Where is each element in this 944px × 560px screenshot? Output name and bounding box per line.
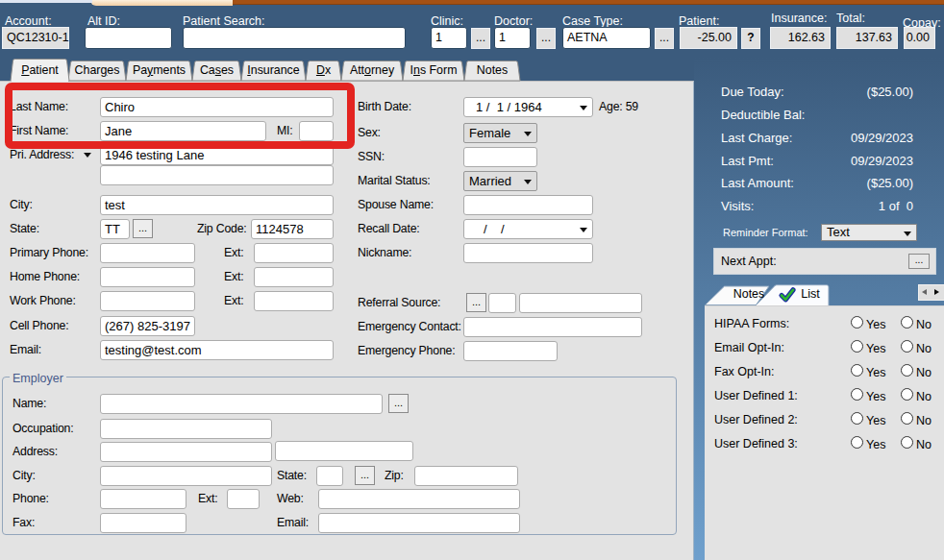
svg-text:List: List — [801, 287, 820, 301]
svg-text:Notes: Notes — [733, 287, 764, 301]
